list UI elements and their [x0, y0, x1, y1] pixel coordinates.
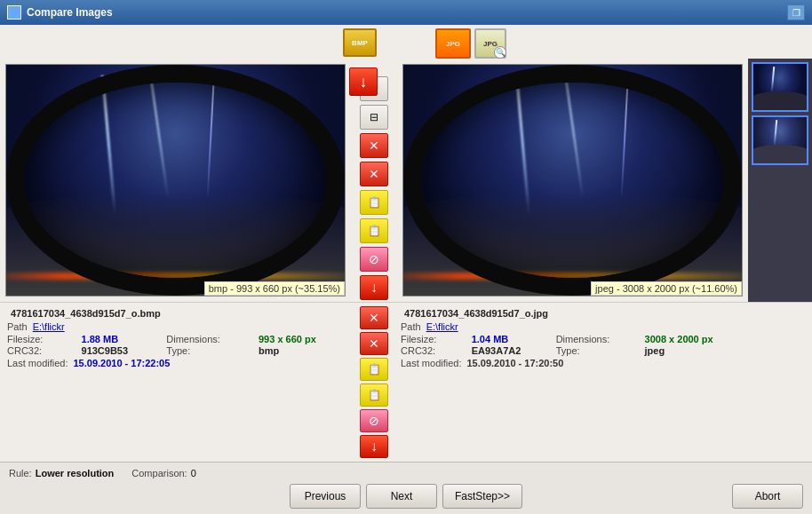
left-crc32-value: 913C9B53 — [82, 345, 160, 356]
comparison-label: Comparison: — [131, 468, 187, 478]
faststep-button[interactable]: FastStep>> — [442, 484, 522, 509]
action-delete-right[interactable]: ✕ — [360, 332, 388, 355]
action-mark-left[interactable]: 📋 — [360, 358, 388, 381]
right-crc32-label: CRC32: — [401, 345, 465, 356]
right-path-label: Path — [401, 321, 421, 332]
main-window: BMP JPG JPG 🔍 — [0, 25, 812, 514]
right-file-info: 4781617034_4638d915d7_o.jpg Path E:\flic… — [397, 304, 744, 460]
right-dimensions-label: Dimensions: — [556, 334, 638, 344]
left-type-label: Type: — [166, 345, 251, 356]
left-storm-image — [6, 65, 345, 296]
mark-left-button[interactable]: 📋 — [360, 190, 388, 215]
right-crc32-value: EA93A7A2 — [472, 345, 549, 356]
left-path-value[interactable]: E:\flickr — [33, 321, 65, 332]
abort-button[interactable]: Abort — [732, 484, 803, 509]
delete-left-button[interactable]: ✕ — [360, 133, 388, 158]
action-buttons: ✕ ✕ 📋 📋 ⊘ ↓ — [351, 304, 397, 460]
comparison-value: 0 — [191, 468, 196, 478]
left-dimensions-label: Dimensions: — [166, 334, 251, 344]
sidebar-spacer — [744, 304, 808, 460]
bottom-bar: Rule: Lower resolution Comparison: 0 Pre… — [0, 462, 812, 514]
action-mark-right[interactable]: 📋 — [360, 384, 388, 407]
left-modified-value: 15.09.2010 - 17:22:05 — [73, 358, 170, 368]
right-filename: 4781617034_4638d915d7_o.jpg — [401, 306, 741, 320]
thumbnail-1[interactable] — [752, 62, 808, 112]
rule-label: Rule: — [9, 468, 32, 478]
right-download-button[interactable]: ↓ — [360, 275, 388, 300]
left-filename: 4781617034_4638d915d7_o.bmp — [7, 306, 347, 320]
title-bar-left: Compare Images — [7, 5, 113, 20]
right-filesize-label: Filesize: — [401, 334, 465, 344]
title-bar: Compare Images ❐ — [0, 0, 812, 25]
right-modified-value: 15.09.2010 - 17:20:50 — [466, 358, 563, 368]
right-modified-label: Last modified: — [401, 358, 461, 368]
compare-button[interactable]: ⊟ — [360, 105, 388, 130]
right-type-value: jpeg — [645, 345, 741, 356]
delete-right-button[interactable]: ✕ — [360, 162, 388, 186]
left-dimensions-value: 993 x 660 px — [259, 334, 347, 344]
jpg-file-icon: JPG — [435, 28, 471, 59]
bmp-file-icon: BMP — [343, 28, 377, 57]
window-title: Compare Images — [27, 6, 113, 19]
left-download-button[interactable]: ↓ — [349, 67, 378, 96]
right-panel: jpeg - 3008 x 2000 px (~11.60%) — [397, 59, 748, 302]
jpg-magnify-icon[interactable]: JPG 🔍 — [474, 28, 506, 59]
restore-button[interactable]: ❐ — [787, 4, 805, 20]
left-image-container: bmp - 993 x 660 px (~35.15%) — [5, 64, 346, 297]
left-image-label: bmp - 993 x 660 px (~35.15%) — [204, 281, 345, 296]
right-type-label: Type: — [556, 345, 638, 356]
left-filesize-value: 1.88 MB — [82, 334, 160, 344]
bottom-buttons: Previous Next FastStep>> Abort — [9, 484, 803, 509]
right-path-value[interactable]: E:\flickr — [426, 321, 458, 332]
left-path-label: Path — [7, 321, 28, 332]
left-crc32-label: CRC32: — [7, 345, 75, 356]
right-image-container: jpeg - 3008 x 2000 px (~11.60%) — [402, 64, 743, 297]
action-exclude[interactable]: ⊘ — [360, 409, 388, 432]
left-panel: bmp - 993 x 660 px (~35.15%) ↓ — [0, 59, 351, 302]
left-type-value: bmp — [259, 345, 347, 356]
previous-button[interactable]: Previous — [290, 484, 361, 509]
rule-value: Lower resolution — [36, 468, 115, 478]
app-icon — [7, 5, 21, 20]
right-dimensions-value: 3008 x 2000 px — [645, 334, 741, 344]
left-file-info: 4781617034_4638d915d7_o.bmp Path E:\flic… — [4, 304, 351, 460]
right-filesize-value: 1.04 MB — [472, 334, 549, 344]
left-modified-label: Last modified: — [7, 358, 68, 368]
right-image-label: jpeg - 3008 x 2000 px (~11.60%) — [591, 281, 742, 296]
right-sidebar — [748, 59, 812, 302]
action-down[interactable]: ↓ — [360, 435, 388, 458]
exclude-button[interactable]: ⊘ — [360, 247, 388, 272]
action-delete-left[interactable]: ✕ — [360, 306, 388, 329]
right-storm-image — [403, 65, 742, 296]
mark-right-button[interactable]: 📋 — [360, 218, 388, 243]
thumbnail-2[interactable] — [752, 115, 808, 165]
next-button[interactable]: Next — [366, 484, 437, 509]
left-filesize-label: Filesize: — [7, 334, 75, 344]
